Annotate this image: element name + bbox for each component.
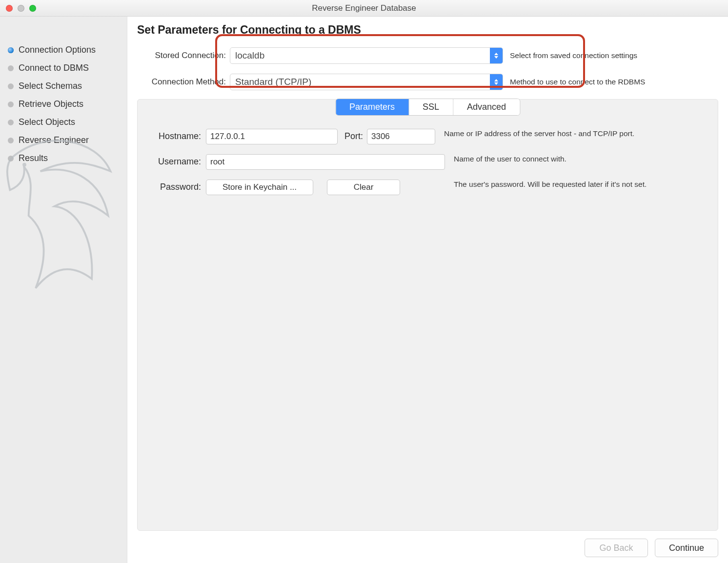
hostname-hint: Name or IP address of the server host - … — [444, 129, 708, 139]
sidebar-item-label: Select Objects — [19, 117, 75, 127]
sidebar-item-label: Select Schemas — [19, 81, 82, 91]
updown-caret-icon — [490, 48, 503, 63]
password-label: Password: — [147, 180, 206, 192]
main-content: Set Parameters for Connecting to a DBMS … — [127, 17, 728, 563]
password-row: Password: Store in Keychain ... Clear Th… — [147, 175, 708, 200]
stored-connection-row: Stored Connection: localdb Select from s… — [137, 42, 718, 69]
step-bullet-icon — [8, 101, 14, 107]
stored-connection-value: localdb — [235, 50, 264, 61]
step-bullet-icon — [8, 47, 14, 53]
stored-connection-label: Stored Connection: — [137, 51, 230, 60]
tab-ssl[interactable]: SSL — [409, 99, 453, 115]
close-window-button[interactable] — [6, 5, 13, 12]
sidebar-item-label: Connection Options — [19, 45, 96, 55]
step-bullet-icon — [8, 65, 14, 71]
page-title: Set Parameters for Connecting to a DBMS — [137, 23, 718, 37]
port-label: Port: — [338, 129, 367, 141]
sidebar-item-connection-options[interactable]: Connection Options — [0, 41, 127, 59]
sidebar-item-select-objects[interactable]: Select Objects — [0, 113, 127, 131]
username-label: Username: — [147, 154, 206, 167]
sidebar-item-label: Reverse Engineer — [19, 135, 89, 145]
sidebar-item-label: Connect to DBMS — [19, 63, 89, 73]
clear-password-button[interactable]: Clear — [327, 180, 400, 195]
connection-method-select[interactable]: Standard (TCP/IP) — [230, 74, 503, 90]
stored-connection-hint: Select from saved connection settings — [510, 51, 718, 60]
parameters-panel: Parameters SSL Advanced Hostname: Port: … — [137, 99, 718, 531]
stored-connection-select[interactable]: localdb — [230, 47, 503, 64]
store-keychain-button[interactable]: Store in Keychain ... — [206, 180, 313, 195]
username-input[interactable] — [206, 154, 445, 170]
sidebar-item-select-schemas[interactable]: Select Schemas — [0, 77, 127, 95]
window-controls — [6, 5, 36, 12]
step-bullet-icon — [8, 83, 14, 89]
go-back-button[interactable]: Go Back — [585, 539, 648, 557]
hostname-label: Hostname: — [147, 129, 206, 141]
connection-method-value: Standard (TCP/IP) — [235, 77, 311, 87]
zoom-window-button[interactable] — [29, 5, 36, 12]
sidebar-item-retrieve-objects[interactable]: Retrieve Objects — [0, 95, 127, 113]
sidebar-item-connect-to-dbms[interactable]: Connect to DBMS — [0, 59, 127, 77]
sidebar-item-results[interactable]: Results — [0, 149, 127, 167]
sidebar-item-label: Retrieve Objects — [19, 99, 83, 109]
step-bullet-icon — [8, 138, 14, 143]
connection-method-row: Connection Method: Standard (TCP/IP) Met… — [137, 69, 718, 95]
sidebar-item-reverse-engineer[interactable]: Reverse Engineer — [0, 131, 127, 149]
hostname-row: Hostname: Port: Name or IP address of th… — [147, 124, 708, 149]
password-hint: The user's password. Will be requested l… — [454, 180, 708, 190]
tab-advanced[interactable]: Advanced — [453, 99, 520, 115]
updown-caret-icon — [490, 74, 503, 90]
username-row: Username: Name of the user to connect wi… — [147, 149, 708, 175]
connection-method-label: Connection Method: — [137, 77, 230, 87]
hostname-input[interactable] — [206, 129, 338, 144]
titlebar: Reverse Engineer Database — [0, 0, 728, 17]
username-hint: Name of the user to connect with. — [454, 154, 708, 164]
sidebar-item-label: Results — [19, 153, 48, 163]
wizard-footer: Go Back Continue — [137, 531, 718, 557]
port-input[interactable] — [367, 129, 435, 144]
minimize-window-button[interactable] — [18, 5, 24, 12]
tab-parameters[interactable]: Parameters — [336, 99, 409, 115]
tab-bar: Parameters SSL Advanced — [335, 99, 520, 116]
continue-button[interactable]: Continue — [655, 539, 718, 557]
step-bullet-icon — [8, 156, 14, 161]
wizard-sidebar: Connection Options Connect to DBMS Selec… — [0, 17, 127, 563]
window-title: Reverse Engineer Database — [0, 3, 728, 13]
step-bullet-icon — [8, 120, 14, 125]
connection-method-hint: Method to use to connect to the RDBMS — [510, 78, 718, 86]
